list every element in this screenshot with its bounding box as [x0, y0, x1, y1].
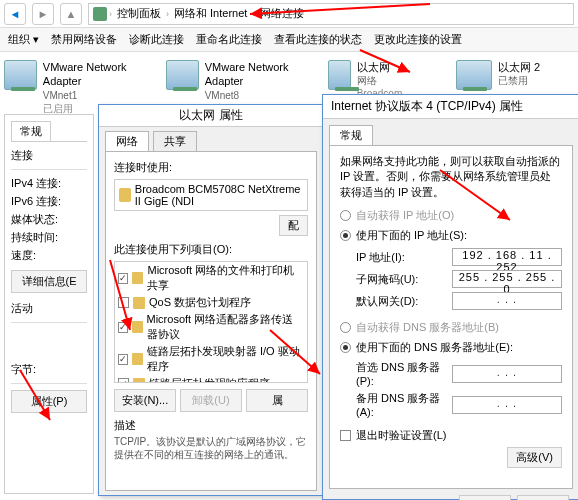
- component-list[interactable]: ✓Microsoft 网络的文件和打印机共享 QoS 数据包计划程序 ✓Micr…: [114, 261, 308, 383]
- control-panel-icon: [93, 7, 107, 21]
- section-title: 活动: [11, 301, 87, 316]
- status-row: 速度:: [11, 248, 87, 263]
- section-title: 连接: [11, 148, 87, 163]
- subnet-mask-input[interactable]: 255 . 255 . 255 . 0: [452, 270, 562, 288]
- checkbox-icon: [340, 430, 351, 441]
- breadcrumb-seg[interactable]: 网络连接: [257, 6, 307, 21]
- checkbox-icon[interactable]: ✓: [118, 273, 128, 284]
- dns1-input[interactable]: . . .: [452, 365, 562, 383]
- radio-icon: [340, 210, 351, 221]
- bytes-label: 字节:: [11, 362, 87, 377]
- network-adapter-icon: [328, 60, 351, 90]
- adapter-sub: VMnet1: [43, 89, 156, 102]
- item-properties-button[interactable]: 属: [246, 389, 308, 412]
- adapter-sub: VMnet8: [205, 89, 318, 102]
- toolbar: 组织 ▾ 禁用网络设备 诊断此连接 重命名此连接 查看此连接的状态 更改此连接的…: [0, 28, 578, 52]
- details-button[interactable]: 详细信息(E: [11, 270, 87, 293]
- list-item[interactable]: ✓链路层拓扑发现映射器 I/O 驱动程序: [115, 343, 307, 375]
- status-row: IPv6 连接:: [11, 194, 87, 209]
- nav-back-button[interactable]: ◄: [4, 3, 26, 25]
- connect-using-label: 连接时使用:: [114, 160, 308, 175]
- status-row: 媒体状态:: [11, 212, 87, 227]
- radio-icon: [340, 342, 351, 353]
- breadcrumb-seg[interactable]: 控制面板: [114, 6, 164, 21]
- items-label: 此连接使用下列项目(O):: [114, 242, 308, 257]
- tab-sharing[interactable]: 共享: [153, 131, 197, 151]
- status-row: 持续时间:: [11, 230, 87, 245]
- adapter-sub: 已禁用: [498, 74, 540, 87]
- ipv4-description: 如果网络支持此功能，则可以获取自动指派的 IP 设置。否则，你需要从网络系统管理…: [340, 154, 562, 200]
- breadcrumb[interactable]: › 控制面板 › 网络和 Internet › 网络连接: [88, 3, 574, 25]
- component-icon: [132, 321, 143, 333]
- gateway-label: 默认网关(D):: [356, 294, 446, 309]
- nav-up-button[interactable]: ▲: [60, 3, 82, 25]
- list-item[interactable]: ✓链路层拓扑发现响应程序: [115, 375, 307, 383]
- adapter-sub: 网络: [357, 74, 446, 87]
- ok-button[interactable]: 确定: [459, 495, 511, 500]
- view-status[interactable]: 查看此连接的状态: [274, 32, 362, 47]
- cancel-button[interactable]: 取消: [517, 495, 569, 500]
- ip-address-input[interactable]: 192 . 168 . 11 . 252: [452, 248, 562, 266]
- dialog-title: 以太网 属性: [99, 105, 323, 127]
- advanced-button[interactable]: 高级(V): [507, 447, 562, 468]
- list-item[interactable]: ✓Microsoft 网络适配器多路传送器协议: [115, 311, 307, 343]
- auto-dns-radio[interactable]: 自动获得 DNS 服务器地址(B): [340, 320, 562, 335]
- chevron-right-icon: ›: [252, 9, 255, 19]
- ip-address-label: IP 地址(I):: [356, 250, 446, 265]
- auto-ip-radio[interactable]: 自动获得 IP 地址(O): [340, 208, 562, 223]
- component-icon: [132, 272, 143, 284]
- component-icon: [133, 297, 145, 309]
- adapter-text: Broadcom BCM5708C NetXtreme II GigE (NDI: [135, 183, 303, 207]
- dns1-label: 首选 DNS 服务器(P):: [356, 360, 446, 387]
- network-adapter-icon: [456, 60, 492, 90]
- breadcrumb-seg[interactable]: 网络和 Internet: [171, 6, 250, 21]
- adapter-name: VMware Network Adapter: [43, 60, 156, 89]
- checkbox-icon[interactable]: [118, 297, 129, 308]
- properties-button[interactable]: 属性(P): [11, 390, 87, 413]
- radio-icon: [340, 230, 351, 241]
- manual-dns-radio[interactable]: 使用下面的 DNS 服务器地址(E):: [340, 340, 562, 355]
- configure-button[interactable]: 配: [279, 215, 308, 236]
- subnet-mask-label: 子网掩码(U):: [356, 272, 446, 287]
- component-icon: [133, 378, 145, 384]
- description-group: 描述 TCP/IP。该协议是默认的广域网络协议，它提供在不同的相互连接的网络上的…: [114, 418, 308, 461]
- chevron-right-icon: ›: [109, 9, 112, 19]
- chevron-right-icon: ›: [166, 9, 169, 19]
- disable-device[interactable]: 禁用网络设备: [51, 32, 117, 47]
- ipv4-properties-dialog: Internet 协议版本 4 (TCP/IPv4) 属性 常规 如果网络支持此…: [322, 94, 578, 500]
- diagnose[interactable]: 诊断此连接: [129, 32, 184, 47]
- component-icon: [132, 353, 143, 365]
- status-panel: 常规 连接 IPv4 连接: IPv6 连接: 媒体状态: 持续时间: 速度: …: [4, 114, 94, 494]
- network-adapter-icon: [166, 60, 199, 90]
- tab-general[interactable]: 常规: [11, 121, 51, 141]
- checkbox-icon[interactable]: ✓: [118, 322, 128, 333]
- install-button[interactable]: 安装(N)...: [114, 389, 176, 412]
- organize-menu[interactable]: 组织 ▾: [8, 32, 39, 47]
- tab-network[interactable]: 网络: [105, 131, 149, 151]
- tab-general[interactable]: 常规: [329, 125, 373, 145]
- dns2-label: 备用 DNS 服务器(A):: [356, 391, 446, 418]
- description-title: 描述: [114, 418, 308, 433]
- nav-forward-button[interactable]: ►: [32, 3, 54, 25]
- adapter-name: 以太网: [357, 60, 446, 74]
- uninstall-button[interactable]: 卸载(U): [180, 389, 242, 412]
- checkbox-icon[interactable]: ✓: [118, 378, 129, 383]
- adapter-name: 以太网 2: [498, 60, 540, 74]
- validate-checkbox[interactable]: 退出时验证设置(L): [340, 428, 562, 443]
- adapter-name: VMware Network Adapter: [205, 60, 318, 89]
- list-item[interactable]: ✓Microsoft 网络的文件和打印机共享: [115, 262, 307, 294]
- status-row: IPv4 连接:: [11, 176, 87, 191]
- dns2-input[interactable]: . . .: [452, 396, 562, 414]
- dialog-title: Internet 协议版本 4 (TCP/IPv4) 属性: [323, 95, 578, 119]
- rename[interactable]: 重命名此连接: [196, 32, 262, 47]
- change-settings[interactable]: 更改此连接的设置: [374, 32, 462, 47]
- description-text: TCP/IP。该协议是默认的广域网络协议，它提供在不同的相互连接的网络上的通讯。: [114, 435, 308, 461]
- network-adapter-icon: [4, 60, 37, 90]
- checkbox-icon[interactable]: ✓: [118, 354, 128, 365]
- gateway-input[interactable]: . . .: [452, 292, 562, 310]
- nic-icon: [119, 188, 131, 202]
- ethernet-properties-dialog: 以太网 属性 网络 共享 连接时使用: Broadcom BCM5708C Ne…: [98, 104, 324, 496]
- explorer-topbar: ◄ ► ▲ › 控制面板 › 网络和 Internet › 网络连接: [0, 0, 578, 28]
- list-item[interactable]: QoS 数据包计划程序: [115, 294, 307, 311]
- manual-ip-radio[interactable]: 使用下面的 IP 地址(S):: [340, 228, 562, 243]
